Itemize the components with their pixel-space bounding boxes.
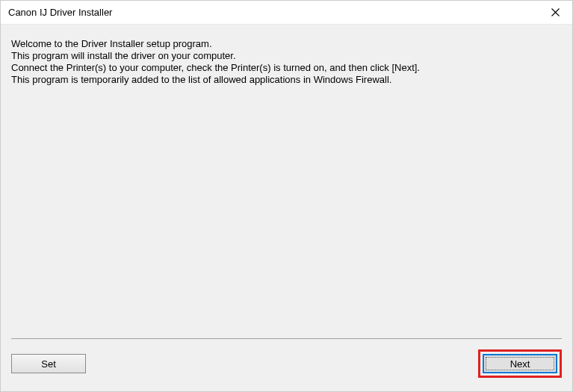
content-area: Welcome to the Driver Installer setup pr… — [1, 25, 572, 338]
titlebar: Canon IJ Driver Installer — [1, 1, 572, 25]
welcome-line-1: Welcome to the Driver Installer setup pr… — [11, 38, 562, 50]
separator — [11, 338, 562, 339]
button-row: Set Next — [1, 349, 572, 391]
welcome-line-4: This program is temporarily added to the… — [11, 74, 562, 86]
close-button[interactable] — [538, 1, 572, 25]
close-icon — [551, 8, 560, 16]
next-button[interactable]: Next — [483, 354, 557, 373]
set-button[interactable]: Set — [11, 354, 86, 373]
installer-window: Canon IJ Driver Installer Welcome to the… — [0, 0, 573, 392]
welcome-line-3: Connect the Printer(s) to your computer,… — [11, 62, 562, 74]
next-highlight: Next — [478, 349, 562, 378]
window-title: Canon IJ Driver Installer — [8, 7, 538, 18]
welcome-line-2: This program will install the driver on … — [11, 50, 562, 62]
